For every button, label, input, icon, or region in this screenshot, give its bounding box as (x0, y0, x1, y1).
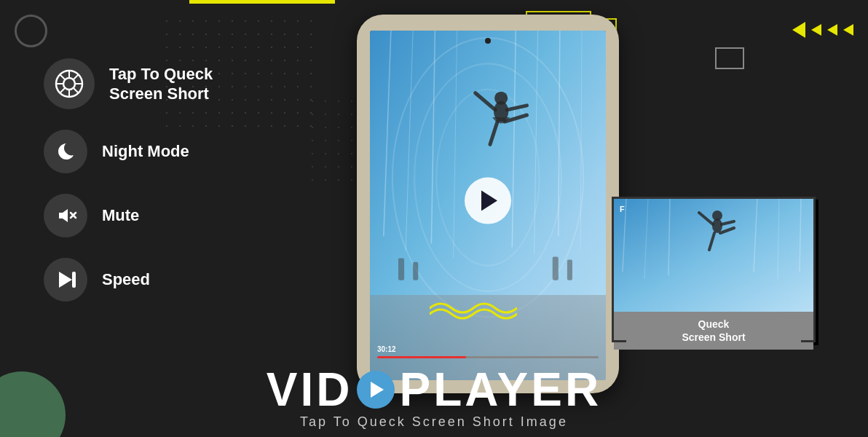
svg-point-45 (712, 210, 722, 221)
bottom-title-area: VID PLAYER Tap To Queck Screen Short Ima… (0, 366, 868, 430)
feature-mute: Mute (44, 194, 306, 237)
features-panel: Tap To Queck Screen Short Night Mode Mut… (44, 58, 306, 322)
feature-speed: Speed (44, 258, 306, 302)
progress-fill (377, 356, 466, 358)
corner-br (801, 328, 816, 342)
speed-label: Speed (102, 269, 150, 290)
phone-body: 30:12 (357, 15, 619, 393)
triangle-icon-4 (843, 24, 853, 36)
video-timestamp: 30:12 (377, 345, 599, 353)
triangle-icon-3 (827, 24, 837, 36)
feature-screenshot: Tap To Queck Screen Short (44, 58, 306, 109)
title-player: PLAYER (399, 366, 601, 413)
mute-label: Mute (102, 205, 139, 226)
svg-line-9 (60, 88, 65, 93)
corner-bl (612, 328, 626, 342)
triangles-decoration (792, 22, 853, 38)
play-button[interactable] (465, 178, 511, 224)
mute-icon (44, 194, 87, 237)
play-triangle-icon (481, 191, 497, 211)
phone-camera-dot (485, 38, 491, 44)
thumb-indicator-text: F (620, 205, 625, 213)
title-video: VID (267, 366, 353, 413)
triangle-icon-1 (792, 22, 805, 38)
phone-screen: 30:12 (370, 31, 606, 380)
svg-rect-33 (398, 259, 404, 280)
camera-icon (44, 58, 95, 109)
svg-rect-35 (553, 257, 559, 280)
night-mode-label: Night Mode (102, 141, 189, 162)
progress-track[interactable] (377, 356, 599, 358)
yellow-line-decoration (189, 0, 335, 4)
svg-marker-12 (59, 272, 72, 288)
title-play-triangle (371, 382, 384, 398)
svg-rect-34 (413, 262, 418, 280)
video-content: 30:12 (370, 31, 606, 380)
feature-night-mode: Night Mode (44, 130, 306, 173)
gray-rect-decoration (715, 47, 744, 69)
dots-decoration-2 (306, 95, 364, 182)
svg-line-8 (74, 74, 79, 79)
progress-bar[interactable]: 30:12 (377, 345, 599, 358)
screenshot-label: Tap To Queck Screen Short (109, 64, 213, 104)
triangle-icon-2 (811, 24, 821, 36)
phone-mockup: 30:12 (357, 15, 619, 393)
svg-line-7 (74, 88, 79, 93)
title-play-icon (357, 371, 395, 409)
svg-rect-13 (72, 272, 76, 288)
svg-point-1 (63, 78, 75, 90)
svg-point-27 (494, 92, 508, 105)
svg-line-6 (60, 74, 65, 79)
svg-rect-36 (567, 260, 572, 280)
main-title: VID PLAYER (0, 366, 868, 413)
screenshot-thumbnail: F Queck Screen Short (612, 197, 816, 342)
thumb-video-svg (614, 199, 813, 312)
thumbnail-video: F (614, 199, 813, 312)
circle-decoration-top-left (15, 15, 47, 47)
moon-icon (44, 130, 87, 173)
speed-icon (44, 258, 87, 302)
subtitle: Tap To Queck Screen Short Image (0, 414, 868, 430)
wavy-decoration (430, 296, 517, 324)
